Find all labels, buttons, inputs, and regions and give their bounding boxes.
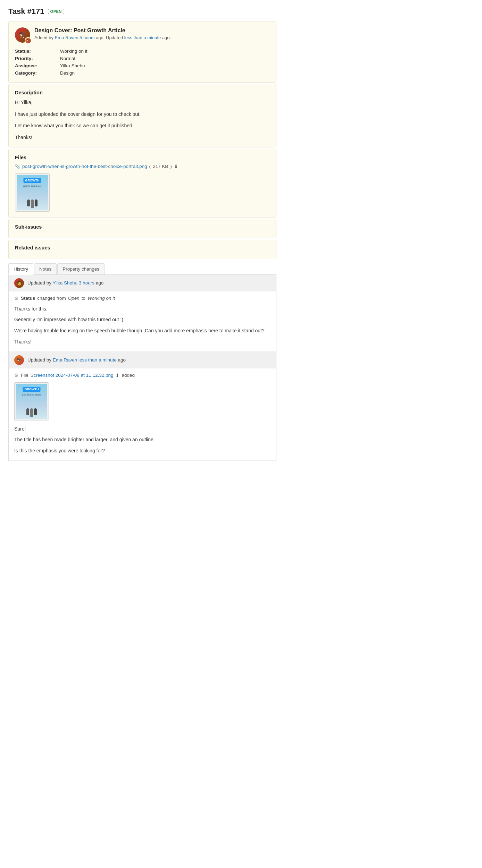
change-field-1: Status bbox=[21, 296, 35, 301]
file-thumbnail[interactable]: GROWTH post the best choice bbox=[15, 173, 50, 212]
tabs-container: History Notes Property changes 🧑 Updated… bbox=[8, 263, 276, 461]
desc-line-3: Thanks! bbox=[15, 134, 270, 142]
history-entry-header-2: 🦅 Updated by Ema Raven less than a minut… bbox=[9, 352, 276, 368]
files-section: Files 📎 post-growth-when-is-growth-not-t… bbox=[8, 149, 276, 218]
status-badge: OPEN bbox=[48, 9, 64, 14]
prop-value-category: Design bbox=[60, 70, 75, 76]
related-issues-heading: Related issues bbox=[15, 245, 270, 250]
tab-property-changes[interactable]: Property changes bbox=[57, 263, 105, 274]
sub-issues-heading: Sub-issues bbox=[15, 224, 270, 230]
book-title-2: GROWTH bbox=[23, 387, 41, 392]
tab-history[interactable]: History bbox=[8, 263, 33, 275]
history-entry-1: 🧑 Updated by Yilka Shehu 3 hours ago ⚙ S… bbox=[9, 275, 276, 352]
task-header-section: 🦅 🦅 Design Cover: Post Growth Article Ad… bbox=[8, 22, 276, 83]
prop-row-status: Status: Working on it bbox=[15, 48, 270, 55]
gear-icon-1: ⚙ bbox=[14, 296, 19, 301]
download-icon-2[interactable]: ⬇ bbox=[115, 373, 119, 378]
file-size-value: 217 KB bbox=[153, 164, 168, 169]
comment-text-1: Thanks for this. Generally I'm impressed… bbox=[14, 305, 271, 346]
tabs-wrap: History Notes Property changes bbox=[8, 263, 276, 275]
updated-time-link[interactable]: less than a minute bbox=[124, 35, 161, 40]
description-heading: Description bbox=[15, 90, 270, 95]
comment-line-1-3: We're having trouble focusing on the spe… bbox=[14, 327, 271, 335]
comment-line-2-2: The title has been made brighter and lar… bbox=[14, 436, 271, 444]
history-body-1: ⚙ Status changed from Open to Working on… bbox=[9, 291, 276, 351]
history-entry-header-1: 🧑 Updated by Yilka Shehu 3 hours ago bbox=[9, 275, 276, 291]
related-issues-section: Related issues bbox=[8, 240, 276, 259]
prop-label-assignee: Assignee: bbox=[15, 63, 60, 68]
comment-line-1-4: Thanks! bbox=[14, 338, 271, 346]
avatar-wrap: 🦅 🦅 bbox=[15, 27, 30, 43]
change-to-1: Working on it bbox=[88, 296, 115, 301]
added-time-link[interactable]: 5 hours bbox=[80, 35, 94, 40]
prop-label-priority: Priority: bbox=[15, 56, 60, 61]
change-row-1: ⚙ Status changed from Open to Working on… bbox=[14, 296, 271, 301]
figure-3 bbox=[35, 199, 38, 206]
prop-label-category: Category: bbox=[15, 70, 60, 76]
prop-label-status: Status: bbox=[15, 49, 60, 54]
added-by-link[interactable]: Ema Raven bbox=[55, 35, 78, 40]
book-cover-image: GROWTH post the best choice bbox=[17, 175, 48, 210]
book-figures-2 bbox=[16, 408, 47, 417]
download-icon[interactable]: ⬇ bbox=[174, 164, 178, 169]
prop-value-assignee[interactable]: Yilka Shehu bbox=[60, 63, 85, 68]
change-to-text: to bbox=[82, 296, 85, 301]
file-link-row: 📎 post-growth-when-is-growth-not-the-bes… bbox=[15, 164, 270, 169]
desc-line-1: I have just uploaded the cover design fo… bbox=[15, 111, 270, 118]
avatar-small: 🦅 bbox=[25, 37, 32, 44]
book-subtitle-2: post the best choice bbox=[22, 394, 41, 396]
properties-table: Status: Working on it Priority: Normal A… bbox=[15, 48, 270, 77]
task-header: 🦅 🦅 Design Cover: Post Growth Article Ad… bbox=[15, 27, 270, 43]
figure-2-2 bbox=[30, 408, 33, 417]
book-cover-image-2: GROWTH post the best choice bbox=[16, 384, 47, 419]
book-subtitle: post the best choice bbox=[23, 185, 41, 187]
changed-from-text: changed from bbox=[37, 296, 66, 301]
figure-2-1 bbox=[26, 408, 29, 415]
comment-line-2-3: Is this the emphasis you were looking fo… bbox=[14, 447, 271, 455]
task-header-info: Design Cover: Post Growth Article Added … bbox=[34, 27, 171, 40]
history-entry-2: 🦅 Updated by Ema Raven less than a minut… bbox=[9, 352, 276, 461]
task-meta: Added by Ema Raven 5 hours ago. Updated … bbox=[34, 35, 171, 40]
added-text: added bbox=[122, 373, 135, 378]
paperclip-icon: 📎 bbox=[15, 164, 20, 169]
figure-1 bbox=[27, 199, 30, 206]
file-added-row: ⚙ File Screenshot 2024-07-08 at 11.12.32… bbox=[14, 373, 271, 378]
history-container: 🧑 Updated by Yilka Shehu 3 hours ago ⚙ S… bbox=[8, 275, 276, 461]
figure-2-3 bbox=[34, 408, 37, 415]
task-title: Design Cover: Post Growth Article bbox=[34, 27, 171, 34]
file-thumbnail-2[interactable]: GROWTH post the best choice bbox=[14, 382, 49, 420]
prop-value-priority: Normal bbox=[60, 56, 75, 61]
files-heading: Files bbox=[15, 155, 270, 160]
history-updater-1[interactable]: Yilka Shehu 3 hours bbox=[53, 280, 94, 286]
comment-line-1-2: Generally I'm impressed with how this tu… bbox=[14, 316, 271, 324]
history-body-2: ⚙ File Screenshot 2024-07-08 at 11.12.32… bbox=[9, 368, 276, 460]
book-figures bbox=[17, 199, 48, 208]
history-avatar-ema: 🦅 bbox=[14, 355, 24, 365]
comment-line-1-1: Thanks for this. bbox=[14, 305, 271, 313]
file-word: File bbox=[21, 373, 28, 378]
comment-line-2-1: Sure! bbox=[14, 425, 271, 433]
file-link[interactable]: post-growth-when-is-growth-not-the-best-… bbox=[22, 164, 147, 169]
prop-row-assignee: Assignee: Yilka Shehu bbox=[15, 62, 270, 69]
file-size-close: ) bbox=[170, 164, 172, 169]
sub-issues-section: Sub-issues bbox=[8, 219, 276, 238]
description-section: Description Hi Yilka,I have just uploade… bbox=[8, 84, 276, 147]
description-body: Hi Yilka,I have just uploaded the cover … bbox=[15, 99, 270, 142]
file-added-link[interactable]: Screenshot 2024-07-08 at 11.12.32.png bbox=[31, 373, 114, 378]
history-updater-2[interactable]: Ema Raven less than a minute bbox=[53, 357, 117, 363]
change-from-1: Open bbox=[68, 296, 80, 301]
desc-line-0: Hi Yilka, bbox=[15, 99, 270, 107]
prop-row-priority: Priority: Normal bbox=[15, 55, 270, 62]
prop-value-status: Working on it bbox=[60, 49, 88, 54]
prop-row-category: Category: Design bbox=[15, 69, 270, 77]
page-title-row: Task #171 OPEN bbox=[8, 7, 276, 16]
gear-icon-2: ⚙ bbox=[14, 373, 19, 378]
tab-notes[interactable]: Notes bbox=[34, 263, 57, 274]
history-header-text-1: Updated by Yilka Shehu 3 hours ago bbox=[27, 280, 103, 286]
page-title: Task #171 bbox=[8, 7, 44, 16]
history-avatar-yilka: 🧑 bbox=[14, 278, 24, 288]
desc-line-2: Let me know what you think so we can get… bbox=[15, 122, 270, 130]
figure-2 bbox=[31, 199, 34, 208]
history-header-text-2: Updated by Ema Raven less than a minute … bbox=[27, 357, 126, 363]
book-title: GROWTH bbox=[24, 178, 41, 183]
